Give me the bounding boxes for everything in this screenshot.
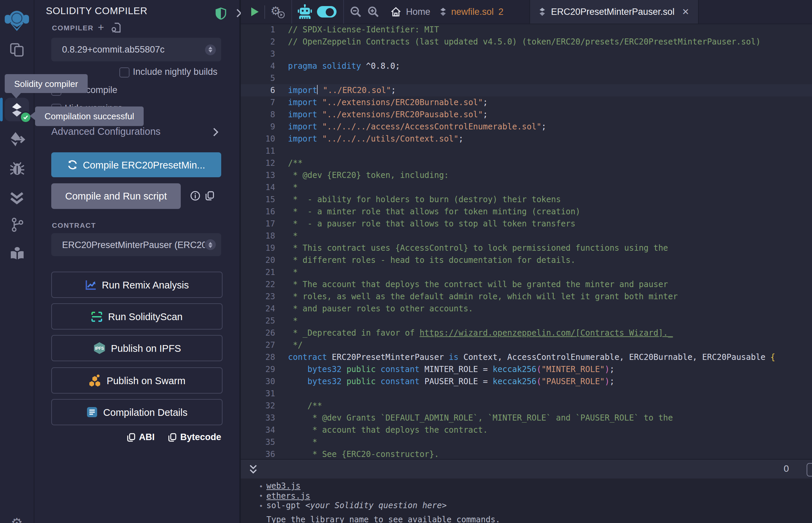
compile-button[interactable]: Compile ERC20PresetMin... (51, 152, 221, 177)
line-number: 36 (241, 448, 275, 459)
remix-logo[interactable] (0, 8, 34, 32)
tab-home[interactable]: Home (384, 0, 437, 23)
code-token: ; (483, 110, 488, 119)
learneth-book-icon[interactable] (0, 245, 34, 262)
terminal-library-link[interactable]: ethers.js (266, 491, 310, 501)
terminal-search-input[interactable] (807, 463, 812, 476)
compile-and-run-button[interactable]: Compile and Run script (51, 183, 181, 209)
contract-select[interactable]: ERC20PresetMinterPauser (ERC20 (51, 233, 221, 256)
code-token: * @dev Grants `DEFAULT_ADMIN_ROLE`, `MIN… (288, 413, 673, 422)
git-icon[interactable] (0, 217, 34, 233)
code-text (275, 48, 288, 60)
code-line: 35 * (241, 436, 812, 448)
terminal-hint: Type the library name to see available c… (266, 515, 500, 523)
ai-robot-icon[interactable] (297, 4, 312, 20)
ipfs-icon: IPFS (93, 342, 106, 355)
unit-testing-icon[interactable] (0, 190, 34, 206)
code-text: // SPDX-License-Identifier: MIT (275, 23, 439, 36)
code-token: contract (288, 353, 332, 362)
code-line: 25 * (241, 315, 812, 327)
swarm-icon (88, 374, 101, 387)
tab-newfile[interactable]: newfile.sol 2 (431, 0, 512, 23)
compiler-license-icon[interactable] (111, 22, 121, 33)
status-tooltip: Compilation successful (35, 107, 144, 126)
listen-count-badge: 0 (784, 463, 789, 474)
line-number: 8 (241, 109, 275, 121)
tooltip-arrow (30, 111, 36, 121)
plugin-tooltip: Solidity compiler (5, 74, 87, 93)
code-text: * different roles - head to its document… (275, 254, 576, 266)
select-stepper-icon (205, 239, 216, 250)
debugger-icon[interactable] (0, 160, 34, 177)
run-solidityscan-button[interactable]: Run SolidityScan (51, 303, 223, 329)
code-token: "../extensions/ERC20Pausable.sol" (322, 110, 483, 119)
include-nightly-checkbox[interactable] (119, 67, 129, 77)
code-text: */ (275, 339, 302, 351)
code-token: { (771, 353, 775, 362)
terminal-library-link[interactable]: web3.js (266, 482, 300, 491)
include-nightly-label: Include nightly builds (133, 67, 217, 77)
tab-active-file[interactable]: ERC20PresetMinterPauser.sol ✕ (529, 0, 699, 23)
select-stepper-icon (205, 44, 216, 55)
close-icon[interactable]: ✕ (680, 7, 689, 17)
copy-abi-button[interactable]: ABI (127, 432, 155, 442)
advanced-configurations-toggle[interactable]: Advanced Configurations (51, 126, 160, 137)
code-line: 11 (241, 145, 812, 157)
code-token: * different roles - head to its document… (288, 255, 576, 265)
code-token: * @dev {ERC20} token, including: (288, 170, 449, 180)
tab-modified-badge: 2 (498, 7, 504, 17)
publish-on-ipfs-button[interactable]: IPFS Publish on IPFS (51, 335, 223, 361)
code-text (275, 72, 288, 84)
code-line: 9import "../../../access/AccessControlEn… (241, 121, 812, 133)
compiler-version-select[interactable]: 0.8.29+commit.ab55807c (51, 38, 221, 61)
code-token: ERC20PresetMinterPauser (332, 353, 449, 362)
code-token: bytes32 (307, 377, 347, 386)
code-token: public (346, 377, 381, 386)
add-custom-compiler-icon[interactable]: + (98, 22, 104, 34)
editor-area: ⚙ (241, 0, 812, 459)
code-text: * - ability for holders to burn (destroy… (275, 194, 561, 205)
run-script-play-icon[interactable] (250, 7, 260, 17)
code-line: 8import "../extensions/ERC20Pausable.sol… (241, 109, 812, 121)
panel-title: SOLIDITY COMPILER (46, 5, 147, 16)
code-line: 19 * This contract uses {AccessControl} … (241, 242, 812, 254)
info-icon[interactable] (190, 191, 200, 201)
deploy-run-icon[interactable] (0, 131, 34, 148)
run-setup-gear-icon[interactable]: ⚙ (270, 4, 281, 18)
file-explorer-icon[interactable] (0, 42, 34, 58)
code-token: ; (391, 86, 396, 95)
bullet-icon: • (259, 492, 266, 500)
line-number: 15 (241, 194, 275, 205)
zoom-in-icon[interactable] (368, 6, 379, 18)
code-text: * @dev {ERC20} token, including: (275, 169, 449, 181)
line-number: 31 (241, 387, 275, 400)
code-text: /** (275, 400, 322, 412)
privacy-shield-icon[interactable] (215, 7, 227, 20)
advanced-chevron-icon[interactable] (212, 127, 218, 137)
code-line: 27 */ (241, 339, 812, 351)
code-token (318, 86, 323, 95)
code-line: 33 * @dev Grants `DEFAULT_ADMIN_ROLE`, `… (241, 412, 812, 424)
ai-toggle-on[interactable] (317, 6, 337, 18)
line-number: 11 (241, 145, 275, 157)
settings-gear-icon[interactable]: ⚙ (0, 515, 34, 523)
terminal-hint-text: <your Solidity question here> (305, 501, 447, 510)
copy-script-icon[interactable] (205, 191, 214, 201)
expand-terminal-icon[interactable] (249, 464, 258, 474)
zoom-out-icon[interactable] (350, 6, 361, 18)
run-remix-analysis-button[interactable]: Run Remix Analysis (51, 272, 223, 298)
code-line: 29 bytes32 public constant MINTER_ROLE =… (241, 363, 812, 375)
code-token: * - a minter role that allows for token … (288, 207, 580, 216)
terminal-list-item: •sol-gpt <your Solidity question here> (259, 501, 447, 510)
line-number: 20 (241, 254, 275, 266)
code-token: constant (381, 365, 425, 374)
code-line: 5 (241, 72, 812, 84)
publish-on-swarm-button[interactable]: Publish on Swarm (51, 367, 223, 394)
code-editor[interactable]: 1// SPDX-License-Identifier: MIT2// Open… (241, 23, 812, 459)
code-text: * and pauser roles to other accounts. (275, 303, 473, 315)
copy-bytecode-button[interactable]: Bytecode (168, 432, 221, 442)
line-number: 34 (241, 424, 275, 436)
line-number: 33 (241, 412, 275, 424)
code-token: // OpenZeppelin Contracts (last updated … (288, 37, 761, 47)
compilation-details-button[interactable]: Compilation Details (51, 399, 223, 425)
